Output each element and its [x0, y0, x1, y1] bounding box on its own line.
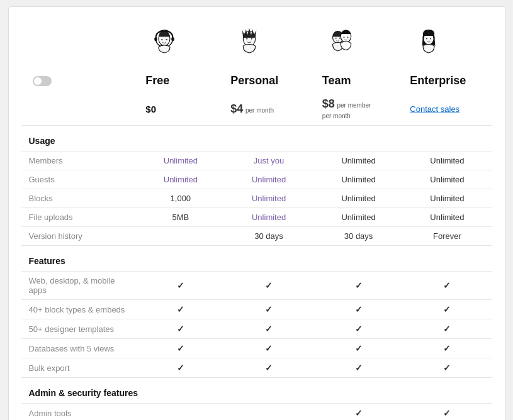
billing-toggle-cell — [21, 69, 138, 92]
row-label: Bulk export — [21, 358, 138, 378]
check-icon: ✓ — [410, 280, 484, 290]
row-value: ✓ — [402, 404, 492, 421]
check-icon: ✓ — [410, 408, 484, 418]
billing-toggle[interactable] — [33, 76, 52, 86]
row-value: ✓ — [138, 339, 223, 358]
row-value: ✓ — [315, 300, 403, 319]
row-value: ✓ — [315, 319, 403, 339]
row-value: Unlimited — [402, 170, 492, 189]
row-value: Unlimited — [223, 208, 315, 227]
team-plan-name: Team — [315, 69, 403, 92]
row-value: ✓ — [402, 272, 492, 300]
row-value: ✓ — [402, 358, 492, 378]
row-value: ✓ — [402, 300, 492, 319]
check-icon: ✓ — [322, 324, 395, 334]
check-icon: ✓ — [322, 304, 395, 314]
enterprise-avatar — [402, 19, 492, 69]
row-value: 30 days — [315, 227, 403, 246]
check-icon: ✓ — [230, 363, 307, 373]
row-value: Unlimited — [138, 152, 223, 170]
row-value: 30 days — [223, 227, 315, 246]
row-value: 5MB — [138, 208, 223, 227]
section-header-2: Admin & security features — [21, 378, 492, 404]
svg-point-11 — [339, 38, 341, 39]
row-value: Unlimited — [223, 170, 315, 189]
table-row: File uploads5MBUnlimitedUnlimitedUnlimit… — [21, 208, 492, 227]
row-value: Unlimited — [138, 170, 223, 189]
check-icon: ✓ — [322, 343, 395, 353]
free-plan-name: Free — [138, 69, 223, 92]
contact-sales-link[interactable]: Contact sales — [410, 104, 459, 114]
table-row: Databases with 5 views✓✓✓✓ — [21, 339, 492, 358]
plan-names-row: Free Personal Team Enterprise — [21, 69, 492, 92]
table-row: 40+ block types & embeds✓✓✓✓ — [21, 300, 492, 319]
table-row: Bulk export✓✓✓✓ — [21, 358, 492, 378]
row-value: ✓ — [315, 339, 403, 358]
check-icon: ✓ — [145, 363, 215, 373]
check-icon: ✓ — [410, 343, 484, 353]
pricing-table: Free Personal Team Enterprise $0 $4 per … — [21, 19, 492, 420]
row-label: 50+ designer templates — [21, 319, 138, 339]
row-value: ✓ — [402, 339, 492, 358]
row-label: Databases with 5 views — [21, 339, 138, 358]
row-value: ✓ — [223, 339, 315, 358]
svg-point-4 — [161, 39, 162, 40]
free-avatar — [138, 19, 223, 69]
check-icon: ✓ — [410, 363, 484, 373]
personal-avatar — [223, 19, 315, 69]
row-label: Admin tools — [21, 404, 138, 421]
check-icon: ✓ — [230, 343, 307, 353]
row-value — [223, 404, 315, 421]
section-header-0: Usage — [21, 126, 492, 152]
row-value: Unlimited — [315, 170, 403, 189]
row-value: 1,000 — [138, 189, 223, 208]
row-value: ✓ — [223, 358, 315, 378]
pricing-card: Free Personal Team Enterprise $0 $4 per … — [8, 6, 505, 420]
row-label: File uploads — [21, 208, 138, 227]
row-label: Blocks — [21, 189, 138, 208]
row-value: Unlimited — [223, 189, 315, 208]
table-row: 50+ designer templates✓✓✓✓ — [21, 319, 492, 339]
svg-point-7 — [246, 38, 247, 39]
row-value: ✓ — [138, 358, 223, 378]
check-icon: ✓ — [322, 408, 395, 418]
plan-prices-row: $0 $4 per month $8 per memberper month C… — [21, 92, 492, 126]
row-label: 40+ block types & embeds — [21, 300, 138, 319]
row-label: Web, desktop, & mobile apps — [21, 272, 138, 300]
enterprise-plan-name: Enterprise — [402, 69, 492, 92]
check-icon: ✓ — [322, 363, 395, 373]
svg-point-13 — [343, 36, 344, 38]
check-icon: ✓ — [410, 324, 484, 334]
row-value: ✓ — [315, 272, 403, 300]
table-row: MembersUnlimitedJust youUnlimitedUnlimit… — [21, 152, 492, 170]
svg-rect-2 — [155, 37, 158, 41]
free-price: $0 — [138, 92, 223, 126]
svg-point-8 — [251, 38, 252, 39]
row-value: Just you — [223, 152, 315, 170]
row-value: ✓ — [402, 319, 492, 339]
table-row: GuestsUnlimitedUnlimitedUnlimitedUnlimit… — [21, 170, 492, 189]
avatar-row — [21, 19, 492, 69]
check-icon: ✓ — [410, 304, 484, 314]
row-value: ✓ — [138, 319, 223, 339]
row-value: ✓ — [138, 272, 223, 300]
check-icon: ✓ — [322, 280, 395, 290]
personal-plan-name: Personal — [223, 69, 315, 92]
row-value: Unlimited — [402, 208, 492, 227]
svg-point-14 — [347, 36, 348, 38]
table-row: Version history30 days30 daysForever — [21, 227, 492, 246]
row-value — [138, 227, 223, 246]
svg-point-5 — [166, 39, 167, 40]
check-icon: ✓ — [145, 324, 215, 334]
row-value: Unlimited — [402, 152, 492, 170]
check-icon: ✓ — [230, 304, 307, 314]
table-row: Blocks1,000UnlimitedUnlimitedUnlimited — [21, 189, 492, 208]
row-value: ✓ — [315, 404, 403, 421]
table-row: Admin tools✓✓ — [21, 404, 492, 421]
row-value: Unlimited — [315, 152, 403, 170]
svg-rect-3 — [172, 37, 175, 41]
svg-point-10 — [335, 38, 337, 39]
team-price: $8 per memberper month — [315, 92, 403, 126]
row-label: Members — [21, 152, 138, 170]
row-value: ✓ — [223, 319, 315, 339]
